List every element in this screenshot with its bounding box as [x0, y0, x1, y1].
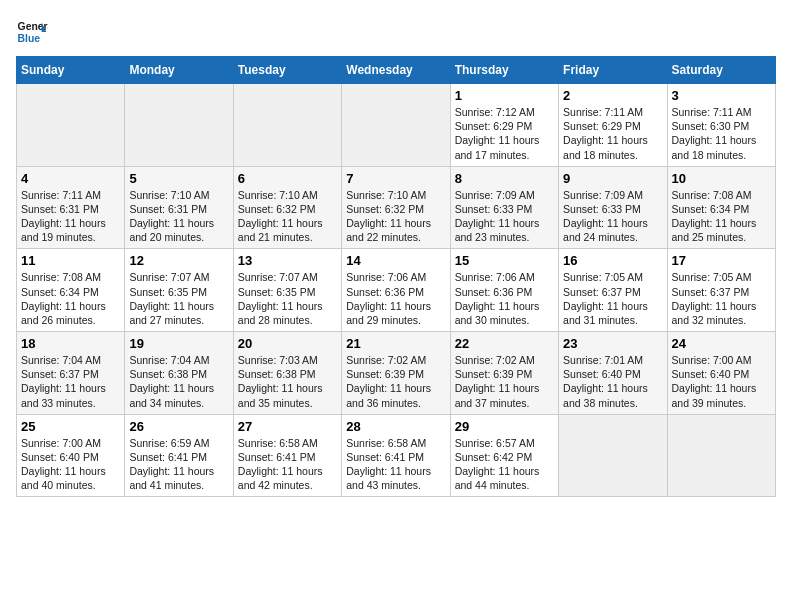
calendar-cell: 20Sunrise: 7:03 AMSunset: 6:38 PMDayligh…	[233, 332, 341, 415]
day-header-saturday: Saturday	[667, 57, 775, 84]
day-number: 6	[238, 171, 337, 186]
calendar-week-2: 4Sunrise: 7:11 AMSunset: 6:31 PMDaylight…	[17, 166, 776, 249]
calendar-cell: 25Sunrise: 7:00 AMSunset: 6:40 PMDayligh…	[17, 414, 125, 497]
day-info: Sunrise: 7:00 AMSunset: 6:40 PMDaylight:…	[672, 353, 771, 410]
day-info: Sunrise: 6:58 AMSunset: 6:41 PMDaylight:…	[238, 436, 337, 493]
day-info: Sunrise: 7:12 AMSunset: 6:29 PMDaylight:…	[455, 105, 554, 162]
day-number: 19	[129, 336, 228, 351]
calendar-body: 1Sunrise: 7:12 AMSunset: 6:29 PMDaylight…	[17, 84, 776, 497]
day-header-monday: Monday	[125, 57, 233, 84]
day-info: Sunrise: 7:05 AMSunset: 6:37 PMDaylight:…	[672, 270, 771, 327]
day-number: 21	[346, 336, 445, 351]
calendar-cell: 15Sunrise: 7:06 AMSunset: 6:36 PMDayligh…	[450, 249, 558, 332]
calendar-cell: 4Sunrise: 7:11 AMSunset: 6:31 PMDaylight…	[17, 166, 125, 249]
calendar-cell: 2Sunrise: 7:11 AMSunset: 6:29 PMDaylight…	[559, 84, 667, 167]
calendar-cell	[559, 414, 667, 497]
day-info: Sunrise: 7:01 AMSunset: 6:40 PMDaylight:…	[563, 353, 662, 410]
day-number: 22	[455, 336, 554, 351]
day-number: 9	[563, 171, 662, 186]
calendar-cell	[233, 84, 341, 167]
calendar-cell: 9Sunrise: 7:09 AMSunset: 6:33 PMDaylight…	[559, 166, 667, 249]
day-info: Sunrise: 7:10 AMSunset: 6:31 PMDaylight:…	[129, 188, 228, 245]
calendar-cell: 23Sunrise: 7:01 AMSunset: 6:40 PMDayligh…	[559, 332, 667, 415]
day-info: Sunrise: 7:09 AMSunset: 6:33 PMDaylight:…	[455, 188, 554, 245]
calendar-header-row: SundayMondayTuesdayWednesdayThursdayFrid…	[17, 57, 776, 84]
calendar-cell	[342, 84, 450, 167]
day-info: Sunrise: 7:08 AMSunset: 6:34 PMDaylight:…	[672, 188, 771, 245]
day-number: 3	[672, 88, 771, 103]
day-header-friday: Friday	[559, 57, 667, 84]
calendar-cell: 7Sunrise: 7:10 AMSunset: 6:32 PMDaylight…	[342, 166, 450, 249]
day-info: Sunrise: 7:07 AMSunset: 6:35 PMDaylight:…	[238, 270, 337, 327]
day-info: Sunrise: 7:11 AMSunset: 6:30 PMDaylight:…	[672, 105, 771, 162]
calendar-cell: 10Sunrise: 7:08 AMSunset: 6:34 PMDayligh…	[667, 166, 775, 249]
day-header-sunday: Sunday	[17, 57, 125, 84]
day-info: Sunrise: 7:04 AMSunset: 6:37 PMDaylight:…	[21, 353, 120, 410]
calendar-cell: 17Sunrise: 7:05 AMSunset: 6:37 PMDayligh…	[667, 249, 775, 332]
svg-text:Blue: Blue	[18, 33, 41, 44]
day-number: 1	[455, 88, 554, 103]
day-number: 5	[129, 171, 228, 186]
day-number: 23	[563, 336, 662, 351]
day-info: Sunrise: 7:07 AMSunset: 6:35 PMDaylight:…	[129, 270, 228, 327]
day-number: 25	[21, 419, 120, 434]
calendar-cell: 8Sunrise: 7:09 AMSunset: 6:33 PMDaylight…	[450, 166, 558, 249]
day-header-thursday: Thursday	[450, 57, 558, 84]
day-number: 14	[346, 253, 445, 268]
calendar-cell	[17, 84, 125, 167]
calendar-cell: 16Sunrise: 7:05 AMSunset: 6:37 PMDayligh…	[559, 249, 667, 332]
calendar-cell	[667, 414, 775, 497]
day-info: Sunrise: 6:58 AMSunset: 6:41 PMDaylight:…	[346, 436, 445, 493]
day-number: 18	[21, 336, 120, 351]
day-number: 8	[455, 171, 554, 186]
calendar-cell: 3Sunrise: 7:11 AMSunset: 6:30 PMDaylight…	[667, 84, 775, 167]
calendar-cell: 27Sunrise: 6:58 AMSunset: 6:41 PMDayligh…	[233, 414, 341, 497]
day-number: 17	[672, 253, 771, 268]
day-number: 20	[238, 336, 337, 351]
day-info: Sunrise: 6:57 AMSunset: 6:42 PMDaylight:…	[455, 436, 554, 493]
calendar-cell: 28Sunrise: 6:58 AMSunset: 6:41 PMDayligh…	[342, 414, 450, 497]
day-number: 27	[238, 419, 337, 434]
day-info: Sunrise: 7:03 AMSunset: 6:38 PMDaylight:…	[238, 353, 337, 410]
day-header-tuesday: Tuesday	[233, 57, 341, 84]
day-number: 24	[672, 336, 771, 351]
logo-icon: General Blue	[16, 16, 48, 48]
calendar-cell: 18Sunrise: 7:04 AMSunset: 6:37 PMDayligh…	[17, 332, 125, 415]
calendar-cell: 1Sunrise: 7:12 AMSunset: 6:29 PMDaylight…	[450, 84, 558, 167]
day-number: 26	[129, 419, 228, 434]
page-header: General Blue	[16, 16, 776, 48]
day-number: 15	[455, 253, 554, 268]
day-number: 28	[346, 419, 445, 434]
day-number: 2	[563, 88, 662, 103]
calendar-cell: 19Sunrise: 7:04 AMSunset: 6:38 PMDayligh…	[125, 332, 233, 415]
day-number: 29	[455, 419, 554, 434]
day-info: Sunrise: 7:11 AMSunset: 6:31 PMDaylight:…	[21, 188, 120, 245]
day-info: Sunrise: 7:04 AMSunset: 6:38 PMDaylight:…	[129, 353, 228, 410]
day-number: 13	[238, 253, 337, 268]
day-info: Sunrise: 7:06 AMSunset: 6:36 PMDaylight:…	[346, 270, 445, 327]
calendar-week-5: 25Sunrise: 7:00 AMSunset: 6:40 PMDayligh…	[17, 414, 776, 497]
calendar-cell: 21Sunrise: 7:02 AMSunset: 6:39 PMDayligh…	[342, 332, 450, 415]
day-number: 10	[672, 171, 771, 186]
day-info: Sunrise: 7:10 AMSunset: 6:32 PMDaylight:…	[346, 188, 445, 245]
day-number: 16	[563, 253, 662, 268]
day-info: Sunrise: 7:08 AMSunset: 6:34 PMDaylight:…	[21, 270, 120, 327]
day-info: Sunrise: 7:09 AMSunset: 6:33 PMDaylight:…	[563, 188, 662, 245]
calendar-week-3: 11Sunrise: 7:08 AMSunset: 6:34 PMDayligh…	[17, 249, 776, 332]
calendar-cell: 11Sunrise: 7:08 AMSunset: 6:34 PMDayligh…	[17, 249, 125, 332]
calendar-table: SundayMondayTuesdayWednesdayThursdayFrid…	[16, 56, 776, 497]
day-info: Sunrise: 6:59 AMSunset: 6:41 PMDaylight:…	[129, 436, 228, 493]
calendar-cell: 13Sunrise: 7:07 AMSunset: 6:35 PMDayligh…	[233, 249, 341, 332]
day-number: 12	[129, 253, 228, 268]
day-header-wednesday: Wednesday	[342, 57, 450, 84]
logo: General Blue	[16, 16, 48, 48]
calendar-cell: 22Sunrise: 7:02 AMSunset: 6:39 PMDayligh…	[450, 332, 558, 415]
calendar-cell: 12Sunrise: 7:07 AMSunset: 6:35 PMDayligh…	[125, 249, 233, 332]
day-number: 7	[346, 171, 445, 186]
calendar-cell	[125, 84, 233, 167]
day-info: Sunrise: 7:05 AMSunset: 6:37 PMDaylight:…	[563, 270, 662, 327]
calendar-cell: 14Sunrise: 7:06 AMSunset: 6:36 PMDayligh…	[342, 249, 450, 332]
day-info: Sunrise: 7:11 AMSunset: 6:29 PMDaylight:…	[563, 105, 662, 162]
calendar-cell: 24Sunrise: 7:00 AMSunset: 6:40 PMDayligh…	[667, 332, 775, 415]
day-info: Sunrise: 7:10 AMSunset: 6:32 PMDaylight:…	[238, 188, 337, 245]
